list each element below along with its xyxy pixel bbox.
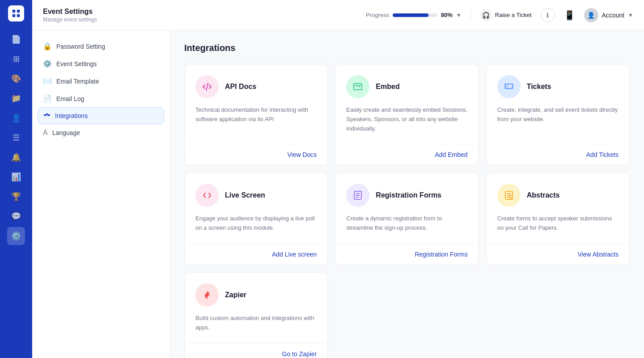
rail-icon-person[interactable]: 👤 bbox=[7, 109, 25, 127]
rail-icon-bell[interactable]: 🔔 bbox=[7, 148, 25, 166]
nav-item-integrations-label: Integrations bbox=[55, 112, 88, 119]
card-api-docs-body: API Docs Technical documentation for int… bbox=[185, 64, 327, 144]
progress-label: Progress bbox=[366, 12, 389, 18]
rail-icon-settings[interactable]: ⚙️ bbox=[7, 227, 25, 245]
progress-bar-container bbox=[393, 13, 437, 17]
account-section[interactable]: 👤 Account ▼ bbox=[584, 8, 633, 22]
header-title: Event Settings bbox=[43, 8, 366, 16]
live-screen-icon bbox=[195, 184, 219, 207]
zapier-icon bbox=[195, 283, 219, 307]
left-nav: 🔒 Password Setting ⚙️ Event Settings ✉️ … bbox=[32, 30, 170, 358]
gear-icon: ⚙️ bbox=[43, 59, 52, 68]
nav-item-integrations[interactable]: Integrations bbox=[38, 107, 164, 124]
svg-rect-0 bbox=[13, 10, 15, 13]
header-divider bbox=[470, 10, 471, 21]
raise-ticket-label: Raise a Ticket bbox=[495, 12, 532, 18]
header-right: Progress 80% ▼ 🎧 Raise a Ticket ℹ 📱 👤 Ac… bbox=[366, 8, 633, 22]
api-docs-icon bbox=[195, 75, 219, 98]
translate-icon: A bbox=[43, 129, 48, 137]
progress-chevron-icon[interactable]: ▼ bbox=[456, 12, 462, 18]
card-live-screen-footer: Add Live screen bbox=[185, 244, 327, 265]
account-avatar: 👤 bbox=[584, 8, 598, 22]
headphone-icon: 🎧 bbox=[480, 9, 492, 21]
nav-item-language-label: Language bbox=[52, 129, 80, 136]
raise-ticket-button[interactable]: 🎧 Raise a Ticket bbox=[480, 9, 532, 21]
card-tickets-desc: Create, integrate, and sell event ticket… bbox=[497, 105, 619, 124]
svg-rect-12 bbox=[355, 85, 358, 87]
card-zapier[interactable]: Zapier Build custom automation and integ… bbox=[184, 272, 328, 358]
card-tickets-action[interactable]: Add Tickets bbox=[586, 151, 619, 158]
card-live-screen-desc: Engage your audience by displaying a liv… bbox=[195, 214, 317, 233]
progress-bar-fill bbox=[393, 13, 428, 17]
card-api-docs-action[interactable]: View Docs bbox=[287, 151, 317, 158]
embed-icon bbox=[346, 75, 369, 98]
svg-rect-1 bbox=[17, 10, 20, 13]
card-zapier-header: Zapier bbox=[195, 283, 317, 307]
lock-icon: 🔒 bbox=[43, 42, 52, 51]
app-logo[interactable] bbox=[8, 5, 24, 21]
main-wrapper: Event Settings Manage event settings Pro… bbox=[32, 0, 644, 358]
card-zapier-desc: Build custom automation and integrations… bbox=[195, 314, 317, 333]
card-tickets-title: Tickets bbox=[527, 83, 551, 91]
rail-icon-folder[interactable]: 📁 bbox=[7, 89, 25, 107]
rail-icon-trophy[interactable]: 🏆 bbox=[7, 188, 25, 206]
card-zapier-action[interactable]: Go to Zapier bbox=[282, 350, 317, 358]
card-live-screen[interactable]: Live Screen Engage your audience by disp… bbox=[184, 173, 328, 265]
integrations-grid: API Docs Technical documentation for int… bbox=[184, 64, 630, 358]
header: Event Settings Manage event settings Pro… bbox=[32, 0, 644, 30]
nav-item-password[interactable]: 🔒 Password Setting bbox=[38, 38, 164, 55]
card-abstracts-desc: Create forms to accept speaker submissio… bbox=[497, 214, 619, 233]
rail-icon-file[interactable]: 📄 bbox=[7, 30, 25, 48]
progress-percent: 80% bbox=[441, 12, 453, 18]
card-live-screen-body: Live Screen Engage your audience by disp… bbox=[185, 173, 327, 244]
registration-forms-icon bbox=[346, 184, 369, 207]
card-abstracts-title: Abstracts bbox=[527, 191, 560, 199]
card-tickets[interactable]: Tickets Create, integrate, and sell even… bbox=[486, 64, 630, 165]
card-registration-forms-desc: Create a dynamic registration form to st… bbox=[346, 214, 467, 233]
nav-item-email-template-label: Email Template bbox=[56, 78, 99, 85]
card-abstracts-header: Abstracts bbox=[497, 184, 619, 207]
card-live-screen-action[interactable]: Add Live screen bbox=[272, 251, 317, 258]
main-content: Integrations A bbox=[170, 30, 644, 358]
card-zapier-footer: Go to Zapier bbox=[185, 343, 327, 358]
rail-icon-chart[interactable]: 📊 bbox=[7, 168, 25, 186]
info-button[interactable]: ℹ bbox=[541, 8, 555, 22]
card-api-docs-title: API Docs bbox=[225, 83, 256, 91]
nav-item-email-template[interactable]: ✉️ Email Template bbox=[38, 72, 164, 90]
card-registration-forms[interactable]: Registration Forms Create a dynamic regi… bbox=[335, 173, 479, 265]
envelope-icon: ✉️ bbox=[43, 77, 52, 85]
card-abstracts-footer: View Abstracts bbox=[487, 244, 629, 265]
card-tickets-body: Tickets Create, integrate, and sell even… bbox=[487, 64, 629, 144]
card-live-screen-title: Live Screen bbox=[225, 191, 265, 199]
mobile-preview-button[interactable]: 📱 bbox=[564, 10, 575, 21]
card-registration-forms-action[interactable]: Registration Forms bbox=[415, 251, 467, 258]
rail-icon-palette[interactable]: 🎨 bbox=[7, 70, 25, 88]
card-registration-forms-body: Registration Forms Create a dynamic regi… bbox=[335, 173, 478, 244]
page-title: Integrations bbox=[184, 43, 630, 53]
card-abstracts-action[interactable]: View Abstracts bbox=[577, 251, 619, 258]
nav-item-language[interactable]: A Language bbox=[38, 124, 164, 141]
nav-item-event-settings[interactable]: ⚙️ Event Settings bbox=[38, 55, 164, 72]
svg-rect-11 bbox=[354, 84, 362, 90]
card-api-docs[interactable]: API Docs Technical documentation for int… bbox=[184, 64, 328, 165]
card-embed-title: Embed bbox=[376, 83, 399, 91]
rail-icon-grid[interactable]: ⊞ bbox=[7, 50, 25, 68]
card-zapier-title: Zapier bbox=[225, 291, 246, 299]
header-subtitle: Manage event settings bbox=[43, 17, 366, 23]
account-name: Account bbox=[602, 12, 625, 19]
card-embed[interactable]: Embed Easily create and seamlessly embed… bbox=[335, 64, 479, 165]
card-embed-action[interactable]: Add Embed bbox=[435, 151, 467, 158]
card-embed-header: Embed bbox=[346, 75, 467, 98]
card-embed-body: Embed Easily create and seamlessly embed… bbox=[335, 64, 478, 144]
card-tickets-header: Tickets bbox=[497, 75, 619, 98]
card-registration-forms-header: Registration Forms bbox=[346, 184, 467, 207]
rail-icon-list[interactable]: ☰ bbox=[7, 129, 25, 147]
rail-icon-chat[interactable]: 💬 bbox=[7, 207, 25, 225]
nav-item-email-log[interactable]: 📄 Email Log bbox=[38, 90, 164, 107]
card-abstracts[interactable]: Abstracts Create forms to accept speaker… bbox=[486, 173, 630, 265]
card-embed-footer: Add Embed bbox=[335, 144, 478, 165]
card-registration-forms-footer: Registration Forms bbox=[335, 244, 478, 265]
card-api-docs-footer: View Docs bbox=[185, 144, 327, 165]
card-registration-forms-title: Registration Forms bbox=[376, 191, 441, 199]
integrations-icon bbox=[43, 112, 51, 119]
